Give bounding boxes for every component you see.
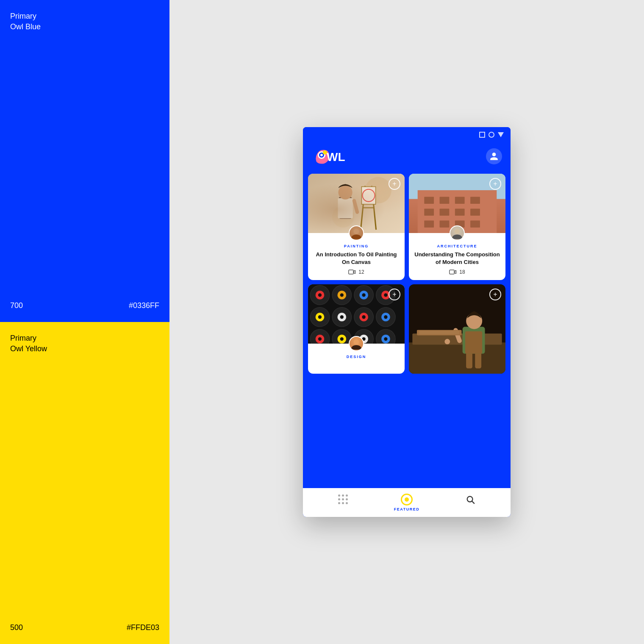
swatch-yellow-top: Primary Owl Yellow <box>10 334 159 353</box>
card-painting-avatar-container <box>308 225 405 241</box>
card-design-category: DESIGN <box>313 355 400 359</box>
svg-line-86 <box>472 501 474 503</box>
swatch-blue-bottom: 700 #0336FF <box>10 301 159 310</box>
swatch-yellow-bottom: 500 #FFDE03 <box>10 623 159 632</box>
add-icon: + <box>392 291 396 298</box>
card-architecture-body: ARCHITECTURE Understanding The Compositi… <box>409 242 505 280</box>
svg-rect-22 <box>440 197 450 204</box>
video-icon-architecture <box>449 269 457 275</box>
card-painting-count: 12 <box>358 269 364 275</box>
nav-item-grid[interactable]: · <box>311 494 375 511</box>
avatar-architecture-face <box>450 226 464 240</box>
svg-text:WL: WL <box>327 150 345 164</box>
svg-line-13 <box>372 186 376 230</box>
svg-point-44 <box>362 293 365 297</box>
card-architecture-avatar-container <box>409 225 505 241</box>
owl-logo: WL <box>311 146 366 167</box>
swatch-yellow: Primary Owl Yellow 500 #FFDE03 <box>0 322 169 644</box>
profile-button[interactable] <box>486 148 502 164</box>
add-icon: + <box>392 180 396 187</box>
app-header: WL <box>303 142 511 174</box>
svg-point-6 <box>365 177 391 203</box>
nav-grid-label: · <box>343 506 344 511</box>
svg-point-7 <box>332 205 354 228</box>
card-painting[interactable]: + PAINTING An Introduction To <box>308 174 405 280</box>
yellow-hex: #FFDE03 <box>127 623 159 632</box>
svg-line-12 <box>361 186 365 230</box>
content-area[interactable]: + PAINTING An Introduction To <box>303 174 511 488</box>
svg-rect-15 <box>361 187 375 204</box>
search-icon <box>466 495 475 504</box>
avatar-design-face <box>350 337 363 350</box>
status-circle-icon <box>489 132 494 138</box>
svg-rect-8 <box>339 197 352 219</box>
yellow-label-primary: Primary <box>10 334 159 343</box>
blue-number: 700 <box>10 301 23 310</box>
nav-item-featured[interactable]: FEATURED <box>375 494 439 511</box>
add-icon: + <box>493 180 497 187</box>
nav-item-search[interactable]: · <box>439 495 502 510</box>
bottom-nav: · FEATURED · <box>303 488 511 517</box>
svg-rect-9 <box>338 198 353 219</box>
blue-hex: #0336FF <box>129 301 159 310</box>
svg-point-17 <box>354 229 359 234</box>
yellow-number: 500 <box>10 623 23 632</box>
svg-rect-28 <box>470 208 480 216</box>
svg-rect-84 <box>419 331 459 334</box>
svg-rect-27 <box>455 208 465 216</box>
card-design-body: DESIGN <box>308 353 405 366</box>
svg-rect-24 <box>470 197 480 204</box>
svg-point-41 <box>340 293 344 297</box>
card-design-add-button[interactable]: + <box>389 289 400 300</box>
card-painting-title: An Introduction To Oil Painting On Canva… <box>313 251 400 266</box>
blue-label-name: Owl Blue <box>10 22 159 31</box>
card-architecture-image: + <box>409 174 505 233</box>
card-painting-meta: 12 <box>313 269 400 275</box>
svg-point-33 <box>455 229 460 234</box>
status-bar <box>303 127 511 142</box>
card-painting-category: PAINTING <box>313 244 400 248</box>
svg-rect-74 <box>409 342 505 374</box>
grid-icon <box>338 494 348 505</box>
svg-point-72 <box>354 339 359 344</box>
svg-point-10 <box>339 186 353 200</box>
card-woodwork[interactable]: + <box>409 284 505 374</box>
svg-rect-25 <box>424 208 434 216</box>
card-design-image: + <box>308 284 405 344</box>
svg-rect-21 <box>424 197 434 204</box>
svg-point-50 <box>318 315 322 319</box>
card-design[interactable]: + DESIGN <box>308 284 405 374</box>
card-architecture[interactable]: + ARCHITECTURE Understanding <box>409 174 505 280</box>
card-painting-add-button[interactable]: + <box>389 178 400 190</box>
featured-icon <box>401 494 413 505</box>
profile-icon <box>489 152 499 161</box>
card-architecture-category: ARCHITECTURE <box>414 244 500 248</box>
avatar-architecture <box>450 225 465 241</box>
card-woodwork-add-button[interactable]: + <box>489 289 501 300</box>
card-design-avatar-container <box>308 336 405 351</box>
status-triangle-icon <box>498 132 504 137</box>
card-grid: + PAINTING An Introduction To <box>308 174 505 374</box>
video-icon-painting <box>348 269 356 275</box>
svg-rect-18 <box>349 270 353 274</box>
svg-point-82 <box>444 339 450 344</box>
avatar-painting-face <box>350 226 363 240</box>
swatch-blue-top: Primary Owl Blue <box>10 12 159 31</box>
svg-point-2 <box>320 154 323 156</box>
left-panel: Primary Owl Blue 700 #0336FF Primary Owl… <box>0 0 169 644</box>
svg-point-38 <box>318 293 322 297</box>
avatar-design <box>349 336 364 351</box>
card-architecture-add-button[interactable]: + <box>489 178 501 190</box>
svg-point-56 <box>362 315 365 319</box>
card-painting-image: + <box>308 174 405 233</box>
status-square-icon <box>479 132 485 138</box>
nav-featured-label: FEATURED <box>394 507 419 511</box>
owl-logo-svg: WL <box>311 146 366 167</box>
card-painting-body: PAINTING An Introduction To Oil Painting… <box>308 242 405 280</box>
svg-rect-23 <box>455 197 465 204</box>
svg-rect-11 <box>352 199 359 214</box>
svg-point-47 <box>384 293 387 297</box>
svg-point-53 <box>340 315 344 319</box>
card-woodwork-image: + <box>409 284 505 374</box>
add-icon: + <box>493 291 497 298</box>
